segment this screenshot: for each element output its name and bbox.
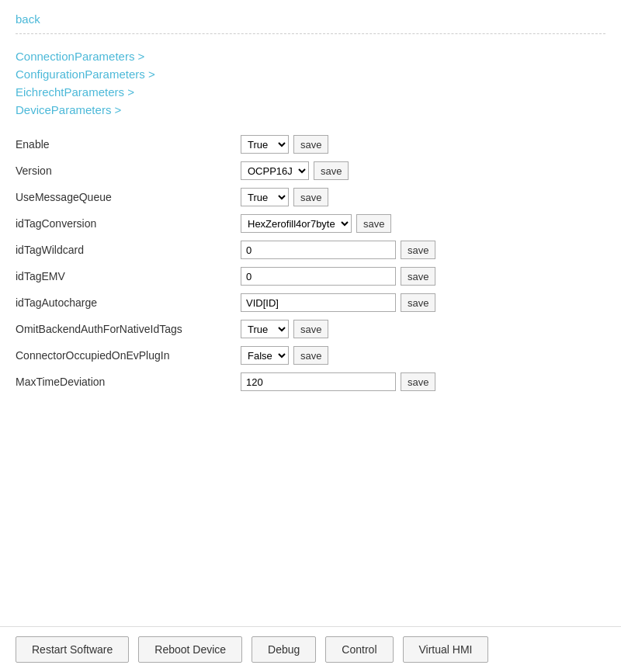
- param-controls-version: OCPP16JOCPP15save: [241, 161, 349, 180]
- param-controls-id-tag-conversion: HexZerofill4or7byteNoneHexsave: [241, 214, 391, 233]
- configuration-parameters-link[interactable]: ConfigurationParameters >: [16, 68, 605, 81]
- footer-buttons: Restart SoftwareReboot DeviceDebugContro…: [0, 626, 621, 672]
- save-button-max-time-deviation[interactable]: save: [401, 372, 435, 391]
- control-button[interactable]: Control: [325, 636, 393, 663]
- param-input-max-time-deviation[interactable]: [241, 372, 396, 391]
- param-controls-id-tag-autocharge: save: [241, 293, 435, 312]
- params-section: EnableTrueFalsesaveVersionOCPP16JOCPP15s…: [16, 135, 605, 391]
- param-input-id-tag-autocharge[interactable]: [241, 293, 396, 312]
- save-button-enable[interactable]: save: [293, 135, 328, 154]
- save-button-connector-occupied[interactable]: save: [293, 346, 328, 365]
- save-button-omit-backend-auth[interactable]: save: [293, 320, 328, 338]
- param-select-use-message-queue[interactable]: TrueFalse: [241, 188, 289, 206]
- param-label-enable: Enable: [16, 138, 241, 151]
- param-input-id-tag-wildcard[interactable]: [241, 241, 396, 259]
- param-label-omit-backend-auth: OmitBackendAuthForNativeIdTags: [16, 323, 241, 335]
- param-row-id-tag-autocharge: idTagAutochargesave: [16, 293, 605, 312]
- param-controls-use-message-queue: TrueFalsesave: [241, 188, 328, 206]
- param-label-id-tag-wildcard: idTagWildcard: [16, 244, 241, 256]
- param-input-id-tag-emv[interactable]: [241, 267, 396, 286]
- param-select-connector-occupied[interactable]: FalseTrue: [241, 346, 289, 365]
- connection-parameters-link[interactable]: ConnectionParameters >: [16, 50, 605, 63]
- param-row-use-message-queue: UseMessageQueueTrueFalsesave: [16, 188, 605, 206]
- save-button-version[interactable]: save: [314, 161, 349, 180]
- param-select-omit-backend-auth[interactable]: TrueFalse: [241, 320, 289, 338]
- param-row-connector-occupied: ConnectorOccupiedOnEvPlugInFalseTruesave: [16, 346, 605, 365]
- param-controls-id-tag-wildcard: save: [241, 241, 435, 259]
- param-controls-connector-occupied: FalseTruesave: [241, 346, 328, 365]
- param-label-max-time-deviation: MaxTimeDeviation: [16, 376, 241, 388]
- param-controls-id-tag-emv: save: [241, 267, 435, 286]
- param-controls-enable: TrueFalsesave: [241, 135, 328, 154]
- param-select-version[interactable]: OCPP16JOCPP15: [241, 161, 309, 180]
- param-row-id-tag-conversion: idTagConversionHexZerofill4or7byteNoneHe…: [16, 214, 605, 233]
- save-button-id-tag-emv[interactable]: save: [401, 267, 435, 286]
- param-controls-omit-backend-auth: TrueFalsesave: [241, 320, 328, 338]
- reboot-device-button[interactable]: Reboot Device: [138, 636, 242, 663]
- param-row-max-time-deviation: MaxTimeDeviationsave: [16, 372, 605, 391]
- param-label-connector-occupied: ConnectorOccupiedOnEvPlugIn: [16, 349, 241, 362]
- param-label-version: Version: [16, 165, 241, 177]
- back-link[interactable]: back: [16, 12, 40, 26]
- param-select-enable[interactable]: TrueFalse: [241, 135, 289, 154]
- save-button-id-tag-wildcard[interactable]: save: [401, 241, 435, 259]
- param-label-use-message-queue: UseMessageQueue: [16, 191, 241, 203]
- virtual-hmi-button[interactable]: Virtual HMI: [403, 636, 489, 663]
- param-row-id-tag-emv: idTagEMVsave: [16, 267, 605, 286]
- param-label-id-tag-conversion: idTagConversion: [16, 217, 241, 230]
- param-controls-max-time-deviation: save: [241, 372, 435, 391]
- param-row-omit-backend-auth: OmitBackendAuthForNativeIdTagsTrueFalses…: [16, 320, 605, 338]
- debug-button[interactable]: Debug: [252, 636, 316, 663]
- param-select-id-tag-conversion[interactable]: HexZerofill4or7byteNoneHex: [241, 214, 352, 233]
- param-row-id-tag-wildcard: idTagWildcardsave: [16, 241, 605, 259]
- save-button-use-message-queue[interactable]: save: [293, 188, 328, 206]
- device-parameters-link[interactable]: DeviceParameters >: [16, 103, 605, 116]
- divider: [16, 33, 605, 34]
- nav-links: ConnectionParameters > ConfigurationPara…: [16, 50, 605, 116]
- save-button-id-tag-conversion[interactable]: save: [356, 214, 391, 233]
- param-label-id-tag-emv: idTagEMV: [16, 270, 241, 282]
- restart-software-button[interactable]: Restart Software: [16, 636, 129, 663]
- param-label-id-tag-autocharge: idTagAutocharge: [16, 296, 241, 309]
- param-row-version: VersionOCPP16JOCPP15save: [16, 161, 605, 180]
- param-row-enable: EnableTrueFalsesave: [16, 135, 605, 154]
- eichrecht-parameters-link[interactable]: EichrechtParameters >: [16, 85, 605, 99]
- save-button-id-tag-autocharge[interactable]: save: [401, 293, 435, 312]
